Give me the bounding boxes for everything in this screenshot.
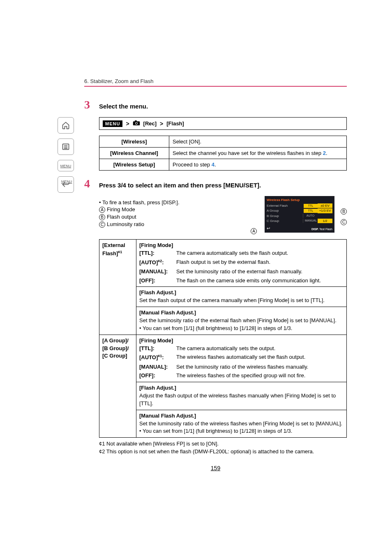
section-head: [Manual Flash Adjust.] xyxy=(139,309,344,317)
callout-b-icon: B xyxy=(99,214,105,220)
desc-suffix: . xyxy=(214,162,216,168)
arrow-icon: > xyxy=(126,120,129,127)
section-body: Set the flash output of the camera manua… xyxy=(139,297,344,305)
step-text: Select the menu. xyxy=(99,103,148,110)
wireless-setup-screenshot: Wireless Flash Setup External Flash TTL … xyxy=(265,196,347,233)
ss-mode: AUTO xyxy=(303,214,318,218)
annotation-a: A xyxy=(251,228,258,234)
ss-mode: TTL xyxy=(304,209,318,213)
footnotes: ¢1 Not available when [Wireless FP] is s… xyxy=(99,440,347,456)
table-row: [Wireless Channel] Select the channel yo… xyxy=(99,148,347,159)
toc-button[interactable] xyxy=(58,138,74,155)
arrow-icon: > xyxy=(160,120,163,127)
mode-key: [TTL]: xyxy=(139,345,176,353)
chapter-heading: 6. Stabilizer, Zoom and Flash xyxy=(84,78,347,87)
setting-name: [Wireless Channel] xyxy=(99,148,169,159)
mode-key: [OFF]: xyxy=(139,277,176,285)
footnote-2: ¢2 This option is not set when the flash… xyxy=(99,448,347,456)
ss-value: ±0 EV xyxy=(318,203,332,208)
test-flash-note: • To fire a test flash, press [DISP.]. xyxy=(99,199,256,205)
callout-c-label: Luminosity ratio xyxy=(107,221,144,227)
section-head: [Firing Mode] xyxy=(139,337,344,345)
step-3: 3 Select the menu. xyxy=(84,98,347,111)
section-body: • You can set from [1/1] (full brightnes… xyxy=(139,427,344,435)
mode-val: Set the luminosity ratio of the external… xyxy=(176,268,344,276)
test-flash-label: Test Flash xyxy=(319,228,332,231)
manual-flash-adjust-cell: [Manual Flash Adjust.] Set the luminosit… xyxy=(136,307,347,335)
callout-a-label: Firing Mode xyxy=(107,206,135,212)
mode-key: [OFF]: xyxy=(139,372,176,380)
ss-value: 1/2 xyxy=(318,219,332,223)
screenshot-row: A Group TTL +1/3 EV xyxy=(267,208,332,213)
back-button[interactable] xyxy=(58,176,74,193)
menu-path: MENU > [Rec] > [Flash] xyxy=(99,117,347,130)
screenshot-title: Wireless Flash Setup xyxy=(267,198,332,202)
callout-c-icon: C xyxy=(99,222,105,228)
setting-desc: Select the channel you have set for the … xyxy=(169,148,347,159)
ss-value: +1/3 EV xyxy=(318,208,332,213)
home-icon xyxy=(62,121,70,129)
mode-key: [AUTO]¢2: xyxy=(139,259,176,267)
section-body: Set the luminosity ratio of the external… xyxy=(139,317,344,325)
screenshot-footer: DISP. Test Flash xyxy=(311,227,332,231)
screenshot-row: External Flash TTL ±0 EV xyxy=(267,203,332,208)
menu-path-flash: [Flash] xyxy=(166,120,184,127)
screenshot-row: C Group MANUAL 1/2 xyxy=(267,219,332,223)
ss-name: External Flash xyxy=(267,203,304,208)
mode-key: [AUTO]¢1: xyxy=(139,353,176,362)
mode-key: [MANUAL]: xyxy=(139,268,176,276)
page-number: 159 xyxy=(84,465,347,471)
flash-adjust-cell: [Flash Adjust.] Set the flash output of … xyxy=(136,287,347,307)
setting-name: [Wireless] xyxy=(99,136,169,148)
disp-label: DISP. xyxy=(311,228,318,231)
step-text: Press 3/4 to select an item and then pre… xyxy=(99,182,261,189)
home-button[interactable] xyxy=(58,117,74,134)
callout-a-icon: A xyxy=(99,207,105,213)
annotation-b: B xyxy=(341,208,348,215)
setting-desc: Select [ON]. xyxy=(169,136,347,148)
screenshot-back-icon: ↩ xyxy=(267,226,270,231)
table-row: [Flash Adjust.] Adjust the flash output … xyxy=(99,382,347,410)
table-row: [Manual Flash Adjust.] Set the luminosit… xyxy=(99,410,347,438)
manual-flash-adjust-cell: [Manual Flash Adjust.] Set the luminosit… xyxy=(136,410,347,438)
mode-key: [TTL]: xyxy=(139,249,176,257)
section-head: [Flash Adjust.] xyxy=(139,384,344,392)
menu-side-label: MENU xyxy=(61,180,72,184)
menu-badge: MENU xyxy=(103,120,122,127)
mode-val: Flash output is set by the external flas… xyxy=(176,259,344,267)
wireless-settings-table: [Wireless] Select [ON]. [Wireless Channe… xyxy=(99,136,347,171)
menu-path-rec: [Rec] xyxy=(143,120,157,127)
row-header-groups: [A Group]/ [B Group]/ [C Group] xyxy=(99,335,136,438)
svg-point-7 xyxy=(136,122,137,124)
table-row: [Flash Adjust.] Set the flash output of … xyxy=(99,287,347,307)
camera-icon xyxy=(133,120,140,127)
menu-button[interactable]: MENU xyxy=(58,160,74,171)
step-link[interactable]: 4 xyxy=(212,162,214,168)
section-body: • You can set from [1/1] (full brightnes… xyxy=(139,325,344,332)
rowhead-sup: ¢1 xyxy=(118,250,122,254)
annotation-c: C xyxy=(341,219,348,225)
mode-val: The camera automatically sets the flash … xyxy=(176,249,344,257)
firing-mode-cell: [Firing Mode] [TTL]: The camera automati… xyxy=(136,335,347,382)
section-head: [Manual Flash Adjust.] xyxy=(139,412,344,420)
row-header-external: [External Flash]¢1 xyxy=(99,239,136,335)
mode-val: Set the luminosity ratio of the wireless… xyxy=(176,363,344,371)
step-link[interactable]: 2 xyxy=(323,150,326,156)
step-number: 4 xyxy=(84,177,93,190)
section-body: Adjust the flash output of the wireless … xyxy=(139,392,344,408)
mode-val: The wireless flashes automatically set t… xyxy=(176,353,344,362)
mode-key: [MANUAL]: xyxy=(139,363,176,371)
ss-name: A Group xyxy=(267,208,304,213)
modes-table: [External Flash]¢1 [Firing Mode] [TTL]: … xyxy=(99,239,347,438)
step-4-notes: • To fire a test flash, press [DISP.]. A… xyxy=(99,199,256,229)
table-row: [Wireless] Select [ON]. xyxy=(99,136,347,148)
ss-name: C Group xyxy=(267,219,303,223)
list-icon xyxy=(62,143,70,151)
ss-name: B Group xyxy=(267,214,303,218)
rowhead-text: [External Flash] xyxy=(102,242,125,256)
setting-name: [Wireless Setup] xyxy=(99,159,169,171)
setting-desc: Proceed to step 4. xyxy=(169,159,347,171)
desc-prefix: Proceed to step xyxy=(173,162,212,168)
table-row: [Wireless Setup] Proceed to step 4. xyxy=(99,159,347,171)
step-4: MENU 4 Press 3/4 to select an item and t… xyxy=(84,177,347,190)
